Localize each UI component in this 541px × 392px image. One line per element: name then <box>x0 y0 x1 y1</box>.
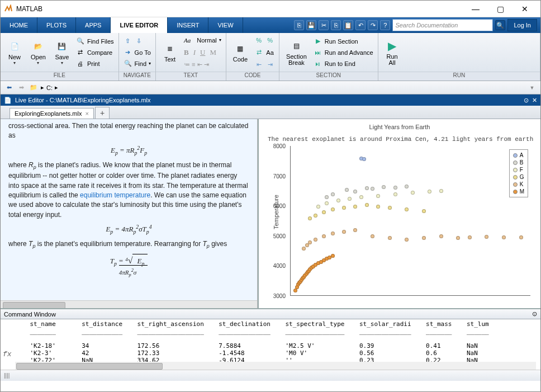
find-files-button[interactable]: 🔍Find Files <box>75 36 115 47</box>
equilibrium-temp-link[interactable]: equilibrium temperature <box>80 191 150 199</box>
equation-2: Ep = 4πRp2σTp4 <box>8 223 249 236</box>
chart-xlabel: Light Years from Earth <box>259 124 540 130</box>
run-to-end-button[interactable]: ⏯Run to End <box>312 58 374 69</box>
code-mini-3[interactable]: ⇤⇥ <box>253 59 276 70</box>
command-window-options-icon[interactable]: ⊙ <box>532 310 537 318</box>
find-button[interactable]: 🔍Find ▾ <box>122 58 152 69</box>
save-button[interactable]: 💾Save▾ <box>51 35 73 70</box>
tab-plots[interactable]: PLOTS <box>37 17 76 33</box>
doc-icon: 📄 <box>4 97 12 104</box>
code-mini-1[interactable]: %% <box>253 35 276 46</box>
window-title: MATLAB <box>16 5 463 13</box>
command-window[interactable]: st_name st_distance st_right_ascension s… <box>1 319 540 370</box>
status-bar: |||| <box>1 370 540 381</box>
search-button[interactable]: 🔍 <box>495 20 505 30</box>
group-text: ≣Text Aa Normal ▾ B I U M ≔ ≡ ⇤ ⇥ TEXT <box>156 33 226 81</box>
nav-up-icon[interactable]: 📁 <box>29 83 39 93</box>
editor-text-3: where Tp is the planet's equilibrium tem… <box>8 239 249 250</box>
section-break-button[interactable]: ▤Section Break <box>283 35 310 70</box>
code-button[interactable]: ▦Code <box>230 35 251 70</box>
output-pane: Light Years from Earth The nearest exopl… <box>258 119 540 308</box>
open-button[interactable]: 📂Open▾ <box>27 35 49 70</box>
tab-insert[interactable]: INSERT <box>168 17 208 33</box>
qat-icon-1[interactable]: ⎘ <box>294 20 304 30</box>
window-maximize-button[interactable]: ▢ <box>488 1 512 17</box>
command-hscroll[interactable] <box>15 362 536 370</box>
login-button[interactable]: Log In <box>507 19 537 31</box>
run-advance-button[interactable]: ⏭Run and Advance <box>312 47 374 58</box>
matlab-logo-icon <box>4 4 13 13</box>
qat-help-icon[interactable]: ? <box>380 20 390 30</box>
text-button[interactable]: ≣Text <box>159 35 181 70</box>
editor-hscroll[interactable] <box>1 300 257 308</box>
goto-button[interactable]: ⇧⇩ <box>122 36 152 47</box>
style-dropdown[interactable]: Aa Normal ▾ <box>183 35 222 46</box>
quick-access: ⎘ 💾 ✂ ⎘ 📋 ↶ ↷ ? Search Documentation 🔍 L… <box>243 17 540 33</box>
search-input[interactable]: Search Documentation <box>392 19 493 31</box>
tab-view[interactable]: VIEW <box>208 17 243 33</box>
work-area: cross-sectional area. Then the total ene… <box>1 119 540 309</box>
group-code: ▦Code %% ⇄Aa ⇤⇥ CODE <box>226 33 279 81</box>
equation-3: Tp = 4Ep4πRp2σ <box>8 254 249 279</box>
address-bar: ⬅ ➡ 📁 ▸ C: ▸ ▼ <box>1 81 540 95</box>
qat-copy-icon[interactable]: ⎘ <box>331 20 341 30</box>
live-options-icon[interactable]: ⊙ <box>524 97 529 104</box>
nav-back-icon[interactable]: ⬅ <box>4 83 14 93</box>
group-run: ▶Run All RUN <box>378 33 540 81</box>
address-dropdown-icon[interactable]: ▼ <box>527 83 537 93</box>
window-minimize-button[interactable]: — <box>463 1 488 17</box>
goto-dropdown[interactable]: ➔Go To <box>122 47 152 58</box>
output-message: The nearest exoplanet is around Proxima … <box>259 130 540 143</box>
equation-1: Ep = πRp2Fp <box>8 144 249 157</box>
qat-cut-icon[interactable]: ✂ <box>319 20 329 30</box>
tab-live-editor[interactable]: LIVE EDITOR <box>111 17 168 33</box>
file-tab-active[interactable]: ExploringExoplanets.mlx× <box>10 108 94 119</box>
editor-text-2: where Rp is the planet's radius. We know… <box>8 160 249 220</box>
qat-redo-icon[interactable]: ↷ <box>368 20 378 30</box>
group-navigate: ⇧⇩ ➔Go To 🔍Find ▾ NAVIGATE <box>119 33 156 81</box>
path-sep1: ▸ <box>41 84 44 91</box>
print-button[interactable]: 🖨Print <box>75 58 115 69</box>
qat-save-icon[interactable]: 💾 <box>306 20 316 30</box>
editor-text-1: cross-sectional area. Then the total ene… <box>8 121 249 141</box>
live-editor-path: Live Editor - C:\MATLAB\ExploringExoplan… <box>15 97 151 103</box>
chart-ylabel: Temperature <box>273 195 279 229</box>
file-tab-bar: ExploringExoplanets.mlx× + <box>1 106 540 119</box>
group-file: 📄New▾ 📂Open▾ 💾Save▾ 🔍Find Files ⇄Compare… <box>1 33 119 81</box>
live-editor-header: 📄 Live Editor - C:\MATLAB\ExploringExopl… <box>1 95 540 106</box>
chart-legend: ABFGKM <box>509 149 528 197</box>
compare-button[interactable]: ⇄Compare <box>75 47 115 58</box>
path-sep2: ▸ <box>55 84 58 91</box>
list-buttons[interactable]: ≔ ≡ ⇤ ⇥ <box>183 59 222 70</box>
scatter-plot: Temperature 300040005000600070008000 ABF… <box>265 146 534 296</box>
run-section-button[interactable]: ▶Run Section <box>312 36 374 47</box>
editor-pane[interactable]: cross-sectional area. Then the total ene… <box>1 119 258 308</box>
path-drive[interactable]: C: <box>46 84 53 91</box>
code-mini-2[interactable]: ⇄Aa <box>253 47 276 58</box>
toolstrip: 📄New▾ 📂Open▾ 💾Save▾ 🔍Find Files ⇄Compare… <box>1 33 540 81</box>
format-buttons[interactable]: B I U M <box>183 47 222 58</box>
nav-fwd-icon[interactable]: ➡ <box>16 83 26 93</box>
tab-apps[interactable]: APPS <box>76 17 111 33</box>
fx-prompt-icon[interactable]: fx <box>3 350 12 358</box>
command-window-header: Command Window ⊙ <box>1 309 540 319</box>
command-output-table: st_name st_distance st_right_ascension s… <box>15 320 540 364</box>
window-titlebar: MATLAB — ▢ ✕ <box>1 1 540 17</box>
live-close-icon[interactable]: ✕ <box>532 97 537 104</box>
run-all-button[interactable]: ▶Run All <box>382 35 403 70</box>
tab-home[interactable]: HOME <box>1 17 37 33</box>
qat-undo-icon[interactable]: ↶ <box>355 20 366 30</box>
new-button[interactable]: 📄New▾ <box>4 35 25 70</box>
command-window-title: Command Window <box>4 311 56 318</box>
group-section: ▤Section Break ▶Run Section ⏭Run and Adv… <box>279 33 378 81</box>
qat-paste-icon[interactable]: 📋 <box>343 20 353 30</box>
file-tab-add[interactable]: + <box>95 107 110 119</box>
app-tab-row: HOME PLOTS APPS LIVE EDITOR INSERT VIEW … <box>1 17 540 33</box>
window-close-button[interactable]: ✕ <box>512 1 537 17</box>
file-tab-close-icon[interactable]: × <box>85 110 88 117</box>
